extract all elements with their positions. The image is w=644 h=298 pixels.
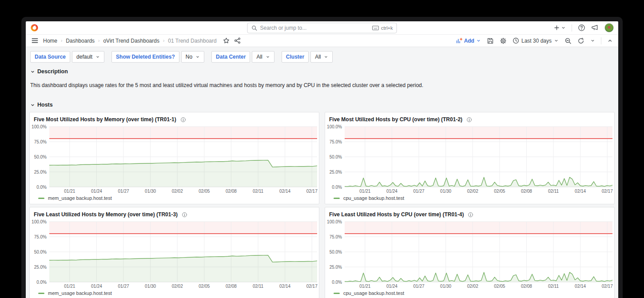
help-icon[interactable]	[578, 24, 585, 32]
grafana-logo[interactable]	[30, 24, 39, 32]
news-icon[interactable]	[591, 24, 599, 32]
add-panel-icon	[456, 37, 462, 44]
timeseries-chart[interactable]: 0.0%25.0%50.0%75.0%100.0%01/2101/2401/27…	[30, 218, 319, 289]
svg-text:02/17: 02/17	[306, 189, 318, 194]
svg-text:02/11: 02/11	[253, 189, 264, 194]
menu-icon[interactable]	[31, 37, 39, 44]
top-nav: Search or jump to... ctrl+k	[26, 21, 618, 35]
toolbar-divider	[601, 37, 601, 44]
svg-text:75.0%: 75.0%	[330, 139, 342, 144]
save-icon[interactable]	[487, 37, 494, 44]
search-input[interactable]: Search or jump to... ctrl+k	[247, 23, 397, 33]
collapse-up-icon[interactable]	[607, 38, 613, 44]
legend-series-label[interactable]: cpu_usage backup.host.test	[343, 290, 404, 296]
section-hosts[interactable]: Hosts	[30, 102, 615, 108]
svg-text:50.0%: 50.0%	[34, 250, 47, 254]
refresh-icon[interactable]	[577, 37, 584, 44]
variable-value-dropdown[interactable]: All	[310, 51, 333, 63]
panel-title[interactable]: Five Least Utilized Hosts by CPU (over t…	[329, 211, 464, 218]
refresh-interval-chevron-icon[interactable]	[590, 38, 595, 43]
svg-text:01/21: 01/21	[359, 284, 370, 289]
variable-label: Data Center	[211, 51, 250, 63]
breadcrumb-folder[interactable]: oVirt Trend Dashboards	[103, 38, 159, 44]
svg-text:0.0%: 0.0%	[36, 280, 47, 285]
svg-text:02/11: 02/11	[548, 284, 559, 289]
variable-value-dropdown[interactable]: No	[181, 51, 204, 63]
svg-text:01/24: 01/24	[386, 189, 398, 194]
add-button[interactable]: Add	[456, 37, 481, 44]
breadcrumb-dashboards[interactable]: Dashboards	[66, 38, 95, 44]
svg-text:02/08: 02/08	[226, 284, 237, 289]
svg-text:100.0%: 100.0%	[327, 219, 342, 224]
timeseries-chart[interactable]: 0.0%25.0%50.0%75.0%100.0%01/2101/2401/27…	[325, 123, 614, 194]
timeseries-chart[interactable]: 0.0%25.0%50.0%75.0%100.0%01/2101/2401/27…	[30, 123, 319, 194]
share-icon[interactable]	[234, 37, 241, 44]
svg-text:25.0%: 25.0%	[34, 265, 47, 270]
new-button[interactable]	[553, 24, 566, 31]
info-icon[interactable]	[468, 212, 473, 218]
svg-text:02/11: 02/11	[253, 284, 264, 289]
svg-text:01/30: 01/30	[440, 284, 451, 289]
svg-text:02/02: 02/02	[172, 189, 183, 194]
panel-most-cpu: Five Most Utilized Hosts by CPU (over ti…	[325, 112, 615, 204]
timeseries-chart[interactable]: 0.0%25.0%50.0%75.0%100.0%01/2101/2401/27…	[325, 218, 614, 289]
variable-data-center: Data Center All	[211, 51, 274, 63]
variable-value-dropdown[interactable]: default	[72, 51, 104, 63]
svg-text:02/05: 02/05	[494, 284, 505, 289]
breadcrumb-current: 01 Trend Dashboard	[168, 38, 216, 44]
svg-text:02/14: 02/14	[279, 284, 290, 289]
svg-text:0.0%: 0.0%	[36, 185, 47, 190]
chevron-down-icon	[30, 103, 35, 107]
info-icon[interactable]	[180, 117, 186, 123]
info-icon[interactable]	[182, 212, 187, 218]
panel-least-cpu: Five Least Utilized Hosts by CPU (over t…	[325, 207, 615, 298]
legend-series-label[interactable]: mem_usage backup.host.test	[48, 195, 112, 201]
legend-series-label[interactable]: mem_usage backup.host.test	[48, 290, 112, 296]
keyboard-icon	[372, 25, 379, 31]
star-icon[interactable]	[223, 37, 230, 44]
svg-text:02/02: 02/02	[172, 284, 183, 289]
search-placeholder: Search or jump to...	[260, 25, 370, 31]
chevron-down-icon	[324, 55, 328, 59]
svg-text:01/27: 01/27	[118, 284, 129, 289]
chevron-down-icon	[476, 38, 481, 43]
panel-most-memory: Five Most Utilized Hosts by Memory (over…	[29, 112, 319, 204]
svg-text:02/08: 02/08	[521, 284, 532, 289]
panel-title[interactable]: Five Least Utilized Hosts by Memory (ove…	[34, 211, 178, 218]
section-description[interactable]: Description	[30, 68, 615, 75]
variable-data-source: Data Source default	[30, 51, 104, 63]
chevron-down-icon	[561, 25, 566, 30]
svg-text:02/17: 02/17	[306, 284, 318, 289]
chevron-down-icon	[95, 55, 100, 59]
svg-text:02/05: 02/05	[494, 189, 505, 194]
user-avatar[interactable]	[604, 23, 614, 32]
chevron-down-icon	[195, 55, 200, 59]
variables-row: Data Source default Show Deleted Entitie…	[30, 51, 615, 63]
svg-text:25.0%: 25.0%	[330, 170, 342, 175]
svg-text:01/30: 01/30	[440, 189, 451, 194]
panel-title[interactable]: Five Most Utilized Hosts by Memory (over…	[34, 116, 176, 123]
svg-text:02/05: 02/05	[199, 284, 210, 289]
svg-text:01/27: 01/27	[118, 189, 129, 194]
svg-text:02/02: 02/02	[467, 284, 478, 289]
svg-text:25.0%: 25.0%	[34, 170, 47, 175]
svg-text:0.0%: 0.0%	[332, 185, 342, 190]
info-icon[interactable]	[466, 117, 472, 123]
nav-divider	[572, 24, 572, 32]
settings-icon[interactable]	[500, 37, 507, 44]
variable-label: Cluster	[282, 51, 309, 63]
breadcrumb: Home › Dashboards › oVirt Trend Dashboar…	[43, 38, 217, 44]
svg-text:02/14: 02/14	[279, 189, 290, 194]
zoom-out-icon[interactable]	[564, 37, 572, 44]
svg-text:100.0%: 100.0%	[32, 219, 47, 224]
legend-series-label[interactable]: cpu_usage backup.host.test	[343, 195, 404, 201]
svg-text:01/24: 01/24	[386, 284, 398, 289]
svg-text:02/08: 02/08	[521, 189, 532, 194]
svg-text:75.0%: 75.0%	[330, 234, 342, 239]
svg-text:02/11: 02/11	[548, 189, 559, 194]
time-range-picker[interactable]: Last 30 days	[513, 37, 559, 44]
breadcrumb-home[interactable]: Home	[43, 38, 57, 44]
panel-title[interactable]: Five Most Utilized Hosts by CPU (over ti…	[329, 116, 462, 123]
svg-text:01/24: 01/24	[91, 189, 102, 194]
variable-value-dropdown[interactable]: All	[252, 51, 274, 63]
